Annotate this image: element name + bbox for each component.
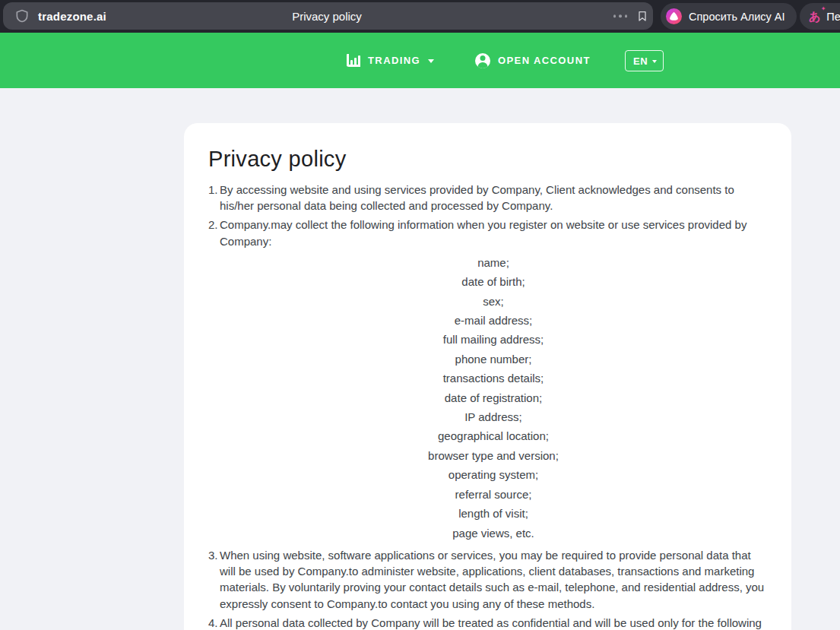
user-avatar-icon: [475, 53, 490, 68]
policy-text: 1. By accessing website and using servic…: [208, 182, 767, 630]
nav-trading-dropdown[interactable]: TRADING: [347, 33, 434, 88]
page-title: Privacy policy: [208, 146, 767, 172]
policy-item-2: 2. Company.may collect the following inf…: [208, 217, 767, 249]
policy-item-1: 1. By accessing website and using servic…: [208, 182, 767, 214]
list-item: date of registration;: [220, 388, 767, 407]
privacy-policy-card: Privacy policy 1. By accessing website a…: [184, 123, 791, 630]
open-account-button[interactable]: OPEN ACCOUNT: [475, 33, 591, 88]
list-item: browser type and version;: [220, 446, 767, 465]
url-text[interactable]: tradezone.ai: [38, 10, 106, 23]
trading-label: TRADING: [368, 55, 420, 66]
site-header: TRADING OPEN ACCOUNT EN: [0, 33, 840, 88]
browser-top-bar: tradezone.ai Privacy policy Спросить Ал: [0, 0, 840, 33]
language-selected-value: EN: [633, 55, 648, 67]
list-item: e-mail address;: [220, 311, 767, 330]
ask-alice-ai-button[interactable]: Спросить Алису AI: [661, 3, 797, 30]
list-item: full mailing address;: [220, 330, 767, 349]
list-item: phone number;: [220, 350, 767, 369]
collected-data-list: name; date of birth; sex; e-mail address…: [220, 253, 767, 543]
chevron-down-icon: [428, 59, 434, 63]
translate-icon: あ✦: [809, 11, 820, 22]
chevron-down-icon: [652, 60, 657, 63]
list-item: referral source;: [220, 485, 767, 504]
open-account-label: OPEN ACCOUNT: [498, 55, 591, 66]
translate-page-button[interactable]: あ✦ Пер: [800, 3, 840, 30]
address-bar[interactable]: tradezone.ai Privacy policy: [3, 2, 653, 30]
alice-ai-icon: [666, 8, 682, 24]
list-item: geographical location;: [220, 426, 767, 445]
policy-item-4: 4. All personal data collected by Compan…: [208, 615, 767, 630]
policy-item-3: 3. When using website, software applicat…: [208, 547, 767, 612]
bar-chart-icon: [347, 54, 360, 67]
bookmark-icon[interactable]: [636, 9, 648, 24]
ask-alice-label: Спросить Алису AI: [689, 11, 785, 23]
translate-label: Пер: [826, 11, 840, 23]
list-item: transactions details;: [220, 369, 767, 388]
list-item: date of birth;: [220, 272, 767, 291]
list-item: page views, etc.: [220, 524, 767, 543]
more-options-icon[interactable]: [612, 10, 629, 22]
list-item: operating system;: [220, 465, 767, 484]
site-security-shield-icon[interactable]: [14, 8, 30, 27]
list-item: name;: [220, 253, 767, 272]
list-item: IP address;: [220, 407, 767, 426]
tab-page-title: Privacy policy: [292, 10, 362, 23]
list-item: length of visit;: [220, 504, 767, 523]
language-select[interactable]: EN: [625, 50, 664, 71]
list-item: sex;: [220, 292, 767, 311]
